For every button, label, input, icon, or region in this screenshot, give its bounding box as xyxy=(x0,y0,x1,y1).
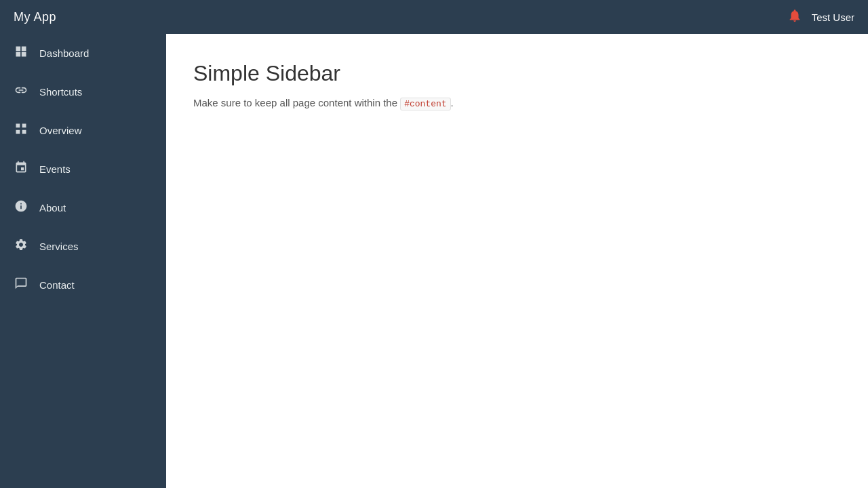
sidebar-item-contact-label: Contact xyxy=(39,279,75,291)
sidebar-item-contact[interactable]: Contact xyxy=(0,266,166,304)
user-name: Test User xyxy=(812,12,854,23)
sidebar-item-overview-label: Overview xyxy=(39,125,82,136)
sidebar-item-shortcuts[interactable]: Shortcuts xyxy=(0,73,166,111)
sidebar-item-shortcuts-label: Shortcuts xyxy=(39,86,82,98)
description-text-before: Make sure to keep all page content withi… xyxy=(193,97,400,108)
page-title: Simple Sidebar xyxy=(193,61,841,86)
sidebar-item-about-label: About xyxy=(39,202,66,214)
navbar: My App Test User xyxy=(0,0,868,34)
gear-icon xyxy=(14,238,28,255)
sidebar: Dashboard Shortcuts Overview xyxy=(0,34,166,488)
navbar-right: Test User xyxy=(787,8,854,26)
sidebar-item-dashboard-label: Dashboard xyxy=(39,47,89,59)
sidebar-item-events-label: Events xyxy=(39,163,71,175)
info-icon xyxy=(14,199,28,216)
link-icon xyxy=(14,83,28,100)
app-title: My App xyxy=(14,10,56,24)
grid-icon xyxy=(14,45,28,62)
overview-icon xyxy=(14,122,28,139)
sidebar-item-dashboard[interactable]: Dashboard xyxy=(0,34,166,73)
sidebar-item-overview[interactable]: Overview xyxy=(0,111,166,150)
content-area: Simple Sidebar Make sure to keep all pag… xyxy=(166,34,868,488)
main-layout: Dashboard Shortcuts Overview xyxy=(0,34,868,488)
sidebar-item-services-label: Services xyxy=(39,241,79,252)
content-description: Make sure to keep all page content withi… xyxy=(193,97,841,109)
description-text-after: . xyxy=(451,97,454,108)
sidebar-item-about[interactable]: About xyxy=(0,188,166,227)
sidebar-item-services[interactable]: Services xyxy=(0,227,166,266)
code-tag: #content xyxy=(400,98,450,110)
calendar-icon xyxy=(14,161,28,178)
bell-icon[interactable] xyxy=(787,8,802,26)
chat-icon xyxy=(14,277,28,293)
sidebar-item-events[interactable]: Events xyxy=(0,150,166,188)
